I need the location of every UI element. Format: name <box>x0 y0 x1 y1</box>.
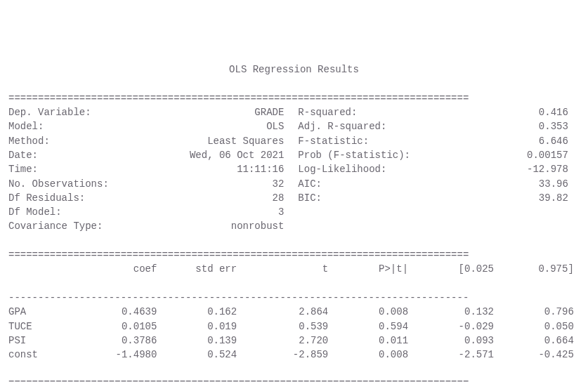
summary-value: 39.82 <box>539 191 568 205</box>
summary-label: Covariance Type: <box>8 219 103 233</box>
coef-cell: 0.524 <box>157 348 237 362</box>
summary-value: 0.353 <box>539 119 568 133</box>
coef-h6: 0.975] <box>494 262 580 276</box>
summary-label: AIC: <box>298 177 322 191</box>
summary-row: Prob (F-statistic):0.00157 <box>288 148 574 162</box>
summary-label: Adj. R-squared: <box>298 119 386 133</box>
coef-var-name: GPA <box>8 305 77 319</box>
coef-cell: 0.019 <box>157 320 237 334</box>
summary-value: nonrobust <box>231 219 285 233</box>
summary-value: 0.00157 <box>527 148 568 162</box>
coef-cell: 0.4639 <box>77 305 157 319</box>
summary-value: OLS <box>266 119 284 133</box>
summary-label: Method: <box>8 134 50 148</box>
summary-block: Dep. Variable:GRADEModel:OLSMethod:Least… <box>8 105 580 234</box>
coef-cell: 0.050 <box>494 320 580 334</box>
coef-h2: std err <box>157 262 237 276</box>
rule-mid2: ========================================… <box>8 378 469 382</box>
coef-cell: 0.093 <box>408 334 494 348</box>
rule-dash: ----------------------------------------… <box>8 292 469 303</box>
summary-row: Df Model:3 <box>8 205 288 219</box>
summary-value: 6.646 <box>539 134 568 148</box>
summary-row: No. Observations:32 <box>8 177 288 191</box>
summary-label: Date: <box>8 148 38 162</box>
rule-mid: ========================================… <box>8 249 469 261</box>
coef-h1: coef <box>77 262 157 276</box>
coef-var-name: const <box>8 348 77 362</box>
coef-cell: -2.859 <box>237 348 328 362</box>
summary-row: Adj. R-squared:0.353 <box>288 119 574 133</box>
summary-row: AIC:33.96 <box>288 177 574 191</box>
summary-value: 28 <box>273 191 285 205</box>
summary-row: Covariance Type:nonrobust <box>8 219 288 233</box>
summary-value: Wed, 06 Oct 2021 <box>190 148 284 162</box>
summary-value: 33.96 <box>539 177 568 191</box>
coef-h3: t <box>237 262 328 276</box>
summary-row: Log-Likelihood:-12.978 <box>288 162 574 176</box>
coef-cell: 0.132 <box>408 305 494 319</box>
summary-row: Df Residuals:28 <box>8 191 288 205</box>
coef-cell: -0.425 <box>494 348 580 362</box>
summary-row: R-squared:0.416 <box>288 105 574 119</box>
summary-value: 32 <box>273 177 285 191</box>
coef-var-name: TUCE <box>8 320 77 334</box>
summary-value: -12.978 <box>527 162 568 176</box>
summary-value: GRADE <box>254 105 284 119</box>
summary-row: Method:Least Squares <box>8 134 288 148</box>
summary-value: 11:11:16 <box>237 162 284 176</box>
summary-value: 3 <box>278 205 284 219</box>
coef-h4: P>|t| <box>328 262 408 276</box>
coef-h0 <box>8 262 77 276</box>
coef-cell: 0.162 <box>157 305 237 319</box>
coef-row: PSI0.37860.1392.7200.0110.0930.664 <box>8 334 580 348</box>
summary-row: Model:OLS <box>8 119 288 133</box>
coef-row: TUCE0.01050.0190.5390.594-0.0290.050 <box>8 320 580 334</box>
coef-cell: -2.571 <box>408 348 494 362</box>
coef-cell: 0.139 <box>157 334 237 348</box>
summary-label: R-squared: <box>298 105 357 119</box>
coef-header-row: coefstd errtP>|t|[0.0250.975] <box>8 262 580 276</box>
results-title: OLS Regression Results <box>8 62 580 77</box>
coef-cell: 0.664 <box>494 334 580 348</box>
summary-row: Dep. Variable:GRADE <box>8 105 288 119</box>
summary-row: BIC:39.82 <box>288 191 574 205</box>
coef-cell: 2.864 <box>237 305 328 319</box>
summary-label: BIC: <box>298 191 322 205</box>
rule-top: ========================================… <box>8 93 469 104</box>
coef-var-name: PSI <box>8 334 77 348</box>
coef-cell: 0.008 <box>328 305 408 319</box>
coef-cell: 0.796 <box>494 305 580 319</box>
summary-row: Time:11:11:16 <box>8 162 288 176</box>
summary-label: Log-Likelihood: <box>298 162 386 176</box>
summary-label: Prob (F-statistic): <box>298 148 410 162</box>
summary-label: Df Residuals: <box>8 191 85 205</box>
summary-value: Least Squares <box>207 134 284 148</box>
coef-cell: 0.539 <box>237 320 328 334</box>
coef-cell: 0.594 <box>328 320 408 334</box>
summary-label: Dep. Variable: <box>8 105 91 119</box>
summary-row: Date:Wed, 06 Oct 2021 <box>8 148 288 162</box>
coef-cell: 2.720 <box>237 334 328 348</box>
coef-row: const-1.49800.524-2.8590.008-2.571-0.425 <box>8 348 580 362</box>
coef-cell: -1.4980 <box>77 348 157 362</box>
coef-cell: 0.008 <box>328 348 408 362</box>
summary-label: No. Observations: <box>8 177 109 191</box>
summary-label: Time: <box>8 162 38 176</box>
coef-cell: 0.011 <box>328 334 408 348</box>
coef-cell: 0.3786 <box>77 334 157 348</box>
summary-label: Df Model: <box>8 205 62 219</box>
coef-h5: [0.025 <box>408 262 494 276</box>
summary-label: F-statistic: <box>298 134 369 148</box>
coef-cell: 0.0105 <box>77 320 157 334</box>
coef-cell: -0.029 <box>408 320 494 334</box>
coef-row: GPA0.46390.1622.8640.0080.1320.796 <box>8 305 580 319</box>
summary-label: Model: <box>8 119 44 133</box>
summary-row: F-statistic:6.646 <box>288 134 574 148</box>
summary-value: 0.416 <box>539 105 568 119</box>
coef-body: GPA0.46390.1622.8640.0080.1320.796TUCE0.… <box>8 305 580 362</box>
